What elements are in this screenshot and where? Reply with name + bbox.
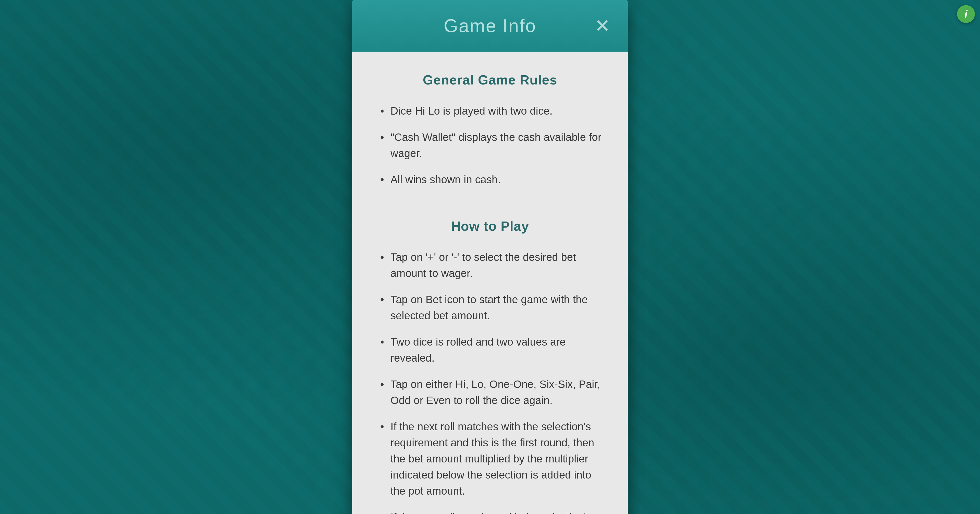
how-to-play-list: Tap on '+' or '-' to select the desired … xyxy=(378,249,602,514)
list-item: Tap on either Hi, Lo, One-One, Six-Six, … xyxy=(378,376,602,408)
list-item: "Cash Wallet" displays the cash availabl… xyxy=(378,129,602,161)
section-divider xyxy=(378,203,602,203)
game-info-modal: Game Info ✕ General Game Rules Dice Hi L… xyxy=(352,0,628,514)
modal-title: Game Info xyxy=(444,15,536,36)
modal-header: Game Info ✕ xyxy=(352,0,628,52)
list-item: Tap on '+' or '-' to select the desired … xyxy=(378,249,602,281)
modal-overlay: Game Info ✕ General Game Rules Dice Hi L… xyxy=(0,0,980,514)
list-item: Two dice is rolled and two values are re… xyxy=(378,334,602,366)
list-item: All wins shown in cash. xyxy=(378,172,602,188)
list-item: If the next roll matches with the select… xyxy=(378,419,602,499)
general-rules-list: Dice Hi Lo is played with two dice. "Cas… xyxy=(378,103,602,188)
close-button[interactable]: ✕ xyxy=(592,16,612,36)
list-item: Tap on Bet icon to start the game with t… xyxy=(378,291,602,324)
list-item: Dice Hi Lo is played with two dice. xyxy=(378,103,602,119)
info-button[interactable]: i xyxy=(957,5,975,23)
list-item: If the next roll matches with the select… xyxy=(378,509,602,514)
general-rules-title: General Game Rules xyxy=(378,72,602,88)
how-to-play-title: How to Play xyxy=(378,218,602,234)
modal-body: General Game Rules Dice Hi Lo is played … xyxy=(352,52,628,514)
